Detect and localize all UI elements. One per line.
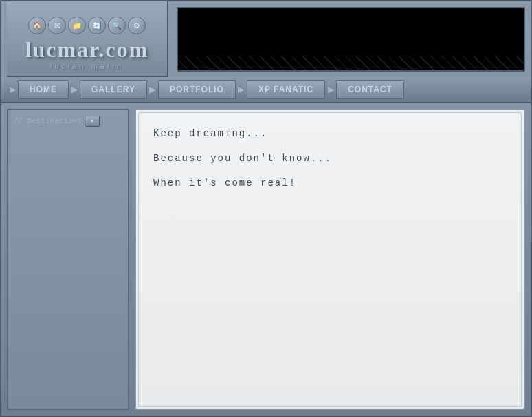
nav-item-gallery: ▶ GALLERY <box>69 80 147 99</box>
nav-btn-xp-fanatic[interactable]: XP FANATIC <box>247 80 325 99</box>
icon-mail[interactable]: ✉ <box>48 17 66 34</box>
sidebar-dropdown-arrow[interactable]: ▼ <box>85 116 100 127</box>
content-text: Keep dreaming... Because you don't know.… <box>153 124 507 193</box>
content-line-2: Because you don't know... <box>153 149 507 168</box>
nav-item-home: ▶ HOME <box>7 80 69 99</box>
nav-arrow-portfolio: ▶ <box>147 80 158 99</box>
nav-item-xp-fanatic: ▶ XP FANATIC <box>236 80 325 99</box>
main-content-panel: Keep dreaming... Because you don't know.… <box>135 109 525 410</box>
icon-home[interactable]: 🏠 <box>28 17 46 34</box>
toolbar-icons-row: 🏠 ✉ 📁 🔄 🔍 ⚙ <box>28 11 146 34</box>
nav-arrow-gallery: ▶ <box>69 80 80 99</box>
nav-arrow-xp-fanatic: ▶ <box>236 80 247 99</box>
content-line-1: Keep dreaming... <box>153 124 507 143</box>
icon-settings[interactable]: ⚙ <box>128 17 146 34</box>
nav-bar: ▶ HOME ▶ GALLERY ▶ PORTFOLIO ▶ XP FANATI… <box>1 77 531 103</box>
banner-overlay <box>178 56 524 70</box>
content-wrapper: // Destination? ▼ Keep dreaming... Becau… <box>1 103 531 416</box>
icon-folder[interactable]: 📁 <box>68 17 86 34</box>
site-logo: lucmar.com <box>25 39 149 61</box>
icon-refresh[interactable]: 🔄 <box>88 17 106 34</box>
site-tagline: lucian marin <box>50 62 124 70</box>
nav-item-contact: ▶ CONTACT <box>325 80 404 99</box>
sidebar-dropdown: // Destination? ▼ <box>14 116 122 127</box>
nav-btn-portfolio[interactable]: PORTFOLIO <box>158 80 236 99</box>
banner-area <box>177 7 525 72</box>
icon-search[interactable]: 🔍 <box>108 17 126 34</box>
nav-arrow-home: ▶ <box>7 80 18 99</box>
nav-btn-contact[interactable]: CONTACT <box>336 80 404 99</box>
main-wrapper: 🏠 ✉ 📁 🔄 🔍 ⚙ lucmar.com lucian marin ▶ HO… <box>0 0 532 417</box>
sidebar: // Destination? ▼ <box>7 109 129 410</box>
logo-area: 🏠 ✉ 📁 🔄 🔍 ⚙ lucmar.com lucian marin <box>7 1 168 77</box>
content-line-3: When it's come real! <box>153 173 507 193</box>
nav-btn-home[interactable]: HOME <box>18 80 69 99</box>
nav-arrow-contact: ▶ <box>325 80 336 99</box>
nav-btn-gallery[interactable]: GALLERY <box>80 80 147 99</box>
nav-item-portfolio: ▶ PORTFOLIO <box>147 80 236 99</box>
sidebar-dropdown-label: // Destination? <box>14 117 82 125</box>
